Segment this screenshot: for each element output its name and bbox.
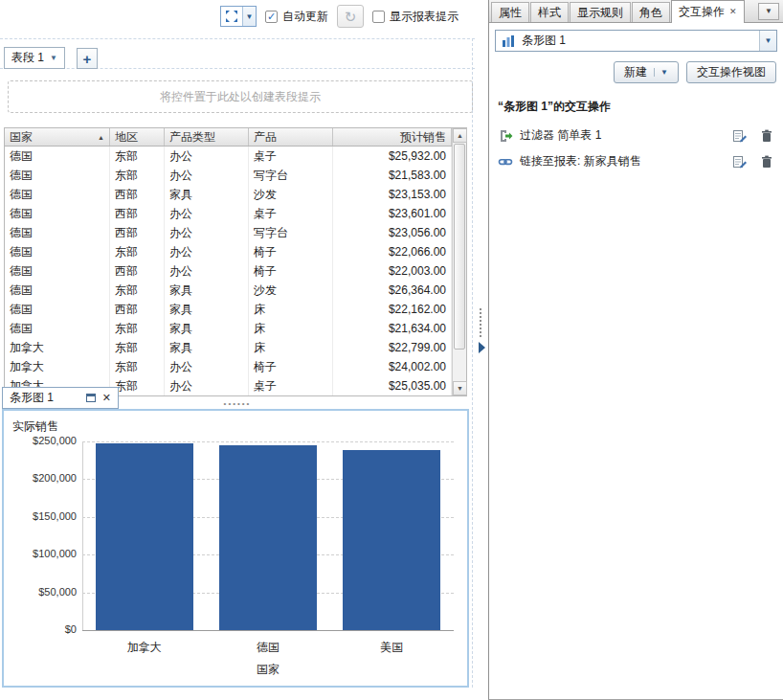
expand-arrows-icon — [221, 7, 242, 26]
add-section-button[interactable]: + — [77, 48, 98, 69]
section-tab[interactable]: 表段 1 ▼ — [4, 47, 65, 69]
interaction-view-button[interactable]: 交互操作视图 — [686, 61, 776, 83]
scroll-down-button[interactable]: ▼ — [453, 381, 467, 395]
bar-0[interactable] — [96, 443, 193, 630]
cell: 椅子 — [249, 261, 333, 281]
cell: 办公 — [165, 242, 249, 261]
bar-chart-panel[interactable]: 实际销售 $250,000$200,000$150,000$100,000$50… — [2, 409, 469, 688]
cell: 写字台 — [249, 223, 333, 242]
interaction-buttons: 新建 ▼ 交互操作视图 — [496, 61, 776, 83]
cell: 西部 — [110, 185, 165, 204]
delete-interaction-icon[interactable] — [759, 154, 774, 169]
cell: $23,153.00 — [333, 185, 452, 204]
cell: 办公 — [165, 223, 249, 242]
table-row[interactable]: 德国东部办公桌子$25,932.00 — [5, 147, 466, 166]
close-icon[interactable]: ✕ — [729, 8, 737, 16]
interactions-section-title: “条形图 1”的交互操作 — [498, 99, 774, 115]
scroll-up-button[interactable]: ▲ — [453, 128, 467, 143]
cell: 桌子 — [249, 204, 333, 223]
cell: 办公 — [165, 261, 249, 281]
y-tick-label: $50,000 — [6, 586, 77, 598]
table-row[interactable]: 德国东部办公椅子$22,066.00 — [5, 242, 466, 261]
interaction-view-label: 交互操作视图 — [697, 64, 766, 80]
auto-update-option: ✓ 自动更新 — [265, 9, 328, 25]
bar-2[interactable] — [343, 450, 440, 630]
panel-splitter[interactable] — [475, 0, 488, 700]
delete-interaction-icon[interactable] — [759, 128, 774, 144]
table-row[interactable]: 德国西部办公桌子$23,601.00 — [5, 204, 466, 223]
table-row[interactable]: 德国西部家具床$22,162.00 — [5, 300, 466, 319]
resize-handle[interactable]: •••••• — [218, 399, 257, 408]
cell: $23,601.00 — [333, 204, 452, 223]
cell: 办公 — [165, 166, 249, 185]
edit-interaction-icon[interactable] — [732, 154, 748, 169]
maximize-icon[interactable] — [86, 394, 96, 402]
tab-roles[interactable]: 角色 — [632, 2, 670, 22]
table-row[interactable]: 德国东部家具床$21,634.00 — [5, 319, 466, 338]
section-tab-label: 表段 1 — [11, 50, 44, 66]
table-row[interactable]: 德国东部家具沙发$26,364.00 — [5, 281, 466, 300]
table-body: 德国东部办公桌子$25,932.00德国东部办公写字台$21,583.00德国西… — [5, 147, 466, 395]
bar-1[interactable] — [219, 445, 317, 630]
report-canvas: ▼ ✓ 自动更新 ↻ 显示报表提示 表段 1 ▼ + 将控件置于此处以创建表段提… — [0, 0, 475, 700]
edit-interaction-icon[interactable] — [732, 128, 748, 144]
layout-button[interactable]: ▼ — [220, 6, 257, 27]
x-axis-title: 国家 — [82, 662, 454, 678]
table-row[interactable]: 德国西部家具沙发$23,153.00 — [5, 185, 466, 204]
cell: 家具 — [165, 281, 249, 300]
splitter-dots — [480, 308, 483, 337]
table-row[interactable]: 加拿大东部家具床$22,799.00 — [5, 338, 466, 357]
chevron-down-icon[interactable]: ▼ — [759, 31, 776, 51]
column-header-4[interactable]: 预计销售 — [333, 128, 452, 146]
chevron-down-icon[interactable]: ▼ — [50, 54, 57, 62]
tab-label: 样式 — [538, 5, 561, 21]
tab-display-rules[interactable]: 显示规则 — [570, 2, 631, 22]
scroll-thumb[interactable] — [454, 144, 465, 350]
prompt-drop-zone[interactable]: 将控件置于此处以创建表段提示 — [8, 80, 473, 113]
cell: $22,162.00 — [333, 300, 452, 319]
collapse-arrow-icon[interactable] — [479, 342, 485, 353]
panel-tabs-overflow-button[interactable]: ▼ — [758, 3, 779, 20]
tab-style[interactable]: 样式 — [530, 2, 569, 22]
cell: $23,056.00 — [333, 223, 452, 242]
close-icon[interactable]: ✕ — [102, 393, 111, 403]
cell: 床 — [249, 319, 333, 338]
y-tick-label: $250,000 — [6, 435, 77, 446]
cell: 桌子 — [249, 147, 333, 166]
table-row[interactable]: 德国东部办公写字台$21,583.00 — [5, 166, 466, 185]
show-prompts-checkbox[interactable] — [372, 11, 385, 23]
new-button[interactable]: 新建 ▼ — [614, 61, 679, 83]
cell: 沙发 — [249, 185, 333, 204]
section-tab-bar: 表段 1 ▼ + — [4, 47, 98, 69]
cell: $25,035.00 — [333, 376, 452, 395]
cell: $26,364.00 — [333, 281, 452, 300]
cell: $21,583.00 — [333, 166, 452, 185]
table-row[interactable]: 加拿大东部办公椅子$24,002.00 — [5, 357, 466, 376]
column-header-1[interactable]: 地区 — [110, 128, 165, 146]
chart-window-tab[interactable]: 条形图 1 ✕ — [2, 387, 119, 409]
drop-zone-text: 将控件置于此处以创建表段提示 — [160, 89, 321, 105]
auto-update-checkbox[interactable]: ✓ — [265, 11, 278, 23]
sort-ascending-icon: ▲ — [98, 134, 104, 141]
cell: 床 — [249, 338, 333, 357]
column-header-2[interactable]: 产品类型 — [165, 128, 249, 146]
cell: 东部 — [110, 357, 165, 376]
table-row[interactable]: 德国西部办公写字台$23,056.00 — [5, 223, 466, 242]
column-header-3[interactable]: 产品 — [249, 128, 333, 146]
x-tick-label: 加拿大 — [82, 640, 206, 656]
column-header-label: 地区 — [115, 129, 138, 146]
object-selector[interactable]: 条形图 1 ▼ — [495, 30, 777, 52]
filter-icon — [498, 128, 513, 144]
table-row[interactable]: 德国西部办公椅子$22,003.00 — [5, 261, 466, 281]
table-scrollbar[interactable]: ▲ ▼ — [452, 128, 466, 395]
chevron-down-icon[interactable]: ▼ — [654, 68, 668, 77]
interactions-list: 过滤器 简单表 1链接至报表: 新家具销售 — [489, 123, 783, 174]
chevron-down-icon[interactable]: ▼ — [242, 7, 256, 26]
show-prompts-option: 显示报表提示 — [372, 9, 459, 25]
tab-interactions[interactable]: 交互操作✕ — [671, 0, 745, 23]
cell: 办公 — [165, 147, 249, 166]
cell: 德国 — [5, 223, 110, 242]
tab-properties[interactable]: 属性 — [491, 2, 529, 22]
refresh-button[interactable]: ↻ — [337, 5, 364, 28]
column-header-0[interactable]: 国家▲ — [5, 128, 110, 146]
